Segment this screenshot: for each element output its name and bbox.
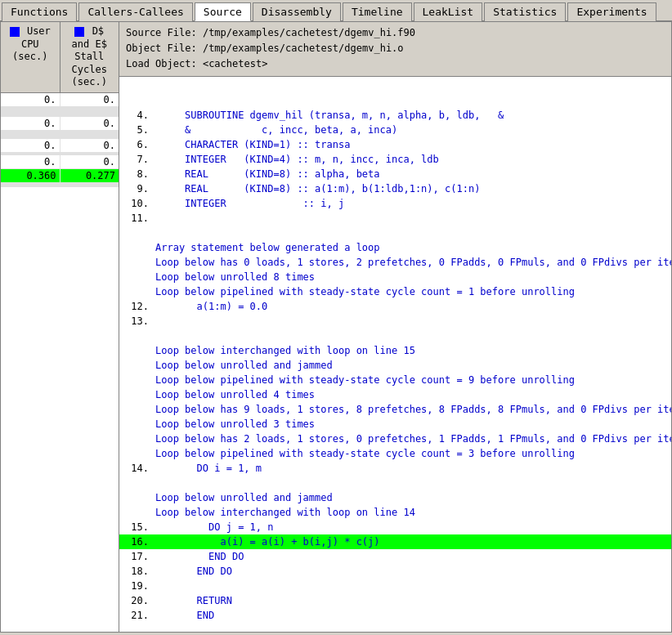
- tab-functions[interactable]: Functions: [2, 2, 77, 21]
- line-code: & c, incc, beta, a, inca): [155, 123, 397, 137]
- line-code: a(i) = a(i) + b(i,j) * c(j): [155, 534, 380, 549]
- left-data: 0.0.0.0.0.0.0.0.0.3600.277: [1, 93, 119, 187]
- line-code: a(1:m) = 0.0: [155, 299, 267, 314]
- cpu-value: 0.: [1, 93, 60, 106]
- cpu-value: 0.: [1, 139, 60, 152]
- left-panel: User CPU (sec.) D$ and E$ Stall Cycles (…: [1, 22, 119, 632]
- source-line: 14. DO i = 1, m: [119, 461, 671, 476]
- tab-disassembly[interactable]: Disassembly: [253, 2, 341, 21]
- line-number: 9.: [123, 181, 155, 196]
- source-line: Loop below unrolled 3 times: [119, 417, 671, 432]
- source-line: 8. REAL (KIND=8) :: alpha, beta: [119, 167, 671, 181]
- line-code: INTEGER (KIND=4) :: m, n, incc, inca, ld…: [155, 152, 439, 167]
- source-header: Source File: /tmp/examples/cachetest/dge…: [119, 22, 671, 77]
- line-code: END DO: [155, 564, 232, 579]
- annotation-text: Loop below interchanged with loop on lin…: [155, 505, 415, 520]
- line-number: 6.: [123, 137, 155, 152]
- stall-value: 0.: [60, 93, 119, 106]
- annotation-text: Loop below has 0 loads, 1 stores, 2 pref…: [155, 255, 671, 270]
- tab-bar: Functions Callers-Callees Source Disasse…: [0, 0, 672, 22]
- source-line: Loop below pipelined with steady-state c…: [119, 446, 671, 461]
- annotation-text: Loop below unrolled 4 times: [155, 387, 315, 402]
- cpu-label2: CPU: [21, 38, 39, 50]
- source-line: Loop below unrolled 4 times: [119, 387, 671, 402]
- line-code: DO j = 1, n: [155, 520, 274, 534]
- line-number: 13.: [123, 314, 155, 329]
- annotation-text: Loop below interchanged with loop on lin…: [155, 343, 415, 358]
- source-line: 4. SUBROUTINE dgemv_hil (transa, m, n, a…: [119, 108, 671, 123]
- tab-callers-callees[interactable]: Callers-Callees: [78, 2, 192, 21]
- object-file-line: Object File: /tmp/examples/cachetest/dge…: [126, 41, 665, 56]
- source-file-line: Source File: /tmp/examples/cachetest/dge…: [126, 25, 665, 41]
- annotation-text: Loop below has 9 loads, 1 stores, 8 pref…: [155, 402, 671, 417]
- source-content: 4. SUBROUTINE dgemv_hil (transa, m, n, a…: [119, 77, 671, 624]
- source-line: Loop below has 0 loads, 1 stores, 2 pref…: [119, 255, 671, 270]
- source-line: Loop below has 2 loads, 1 stores, 0 pref…: [119, 432, 671, 446]
- tab-source[interactable]: Source: [195, 2, 251, 21]
- source-line: 7. INTEGER (KIND=4) :: m, n, incc, inca,…: [119, 152, 671, 167]
- cpu-value: 0.: [1, 155, 60, 168]
- stall-value: 0.: [60, 155, 119, 168]
- source-line: 6. CHARACTER (KIND=1) :: transa: [119, 137, 671, 152]
- source-line: Loop below unrolled 8 times: [119, 270, 671, 284]
- line-number: 20.: [123, 593, 155, 608]
- annotation-text: Loop below pipelined with steady-state c…: [155, 284, 575, 299]
- source-line: 9. REAL (KIND=8) :: a(1:m), b(1:ldb,1:n)…: [119, 181, 671, 196]
- source-line: Loop below unrolled and jammed: [119, 358, 671, 373]
- source-line: 21. END: [119, 608, 671, 623]
- d$-icon: [74, 27, 84, 37]
- tab-timeline[interactable]: Timeline: [343, 2, 412, 21]
- stall-value: 0.277: [60, 169, 119, 182]
- annotation-text: Loop below unrolled and jammed: [155, 490, 333, 505]
- cpu-column-header: User CPU (sec.): [1, 22, 60, 92]
- left-row: 0.0.: [1, 155, 119, 169]
- cpu-value: 0.: [1, 117, 60, 130]
- annotation-text: Loop below unrolled and jammed: [155, 358, 333, 373]
- source-line: Array statement below generated a loop: [119, 240, 671, 255]
- line-number: 11.: [123, 211, 155, 226]
- line-number: 18.: [123, 564, 155, 579]
- source-line: Loop below pipelined with steady-state c…: [119, 284, 671, 299]
- annotation-text: Loop below pipelined with steady-state c…: [155, 446, 575, 461]
- annotation-text: Array statement below generated a loop: [155, 240, 380, 255]
- left-row: 0.0.: [1, 93, 119, 107]
- source-line: [119, 476, 671, 490]
- tab-experiments[interactable]: Experiments: [567, 2, 656, 21]
- line-number: 21.: [123, 608, 155, 623]
- source-line: Loop below has 9 loads, 1 stores, 8 pref…: [119, 402, 671, 417]
- annotation-text: Loop below unrolled 8 times: [155, 270, 315, 284]
- tab-statistics[interactable]: Statistics: [484, 2, 566, 21]
- main-container: User CPU (sec.) D$ and E$ Stall Cycles (…: [0, 22, 672, 633]
- source-line: 16. a(i) = a(i) + b(i,j) * c(j): [119, 534, 671, 549]
- load-object-line: Load Object: <cachetest>: [126, 56, 665, 72]
- line-number: 8.: [123, 167, 155, 181]
- annotation-text: Loop below unrolled 3 times: [155, 417, 315, 432]
- tab-leaklist[interactable]: LeakList: [414, 2, 483, 21]
- line-number: 7.: [123, 152, 155, 167]
- line-number: 4.: [123, 108, 155, 123]
- line-number: 16.: [123, 534, 155, 549]
- stall-value: 0.: [60, 117, 119, 130]
- source-panel[interactable]: Source File: /tmp/examples/cachetest/dge…: [119, 22, 671, 632]
- line-code: RETURN: [155, 593, 232, 608]
- line-number: 14.: [123, 461, 155, 476]
- line-number: 12.: [123, 299, 155, 314]
- source-line: Loop below pipelined with steady-state c…: [119, 373, 671, 387]
- stall-column-header: D$ and E$ Stall Cycles (sec.): [60, 22, 119, 92]
- source-line: Loop below unrolled and jammed: [119, 490, 671, 505]
- line-code: DO i = 1, m: [155, 461, 262, 476]
- line-number: 15.: [123, 520, 155, 534]
- source-line: 11.: [119, 211, 671, 226]
- stall-label3: (sec.): [72, 76, 107, 87]
- left-panel-header: User CPU (sec.) D$ and E$ Stall Cycles (…: [1, 22, 119, 93]
- line-code: END DO: [155, 549, 244, 564]
- line-code: END: [155, 608, 214, 623]
- source-line: 19.: [119, 579, 671, 593]
- left-row-empty: [1, 186, 119, 187]
- source-line: 17. END DO: [119, 549, 671, 564]
- source-line: 15. DO j = 1, n: [119, 520, 671, 534]
- source-line: Loop below interchanged with loop on lin…: [119, 343, 671, 358]
- line-code: INTEGER :: i, j: [155, 196, 344, 211]
- left-row: 0.0.: [1, 117, 119, 131]
- line-code: REAL (KIND=8) :: alpha, beta: [155, 167, 380, 181]
